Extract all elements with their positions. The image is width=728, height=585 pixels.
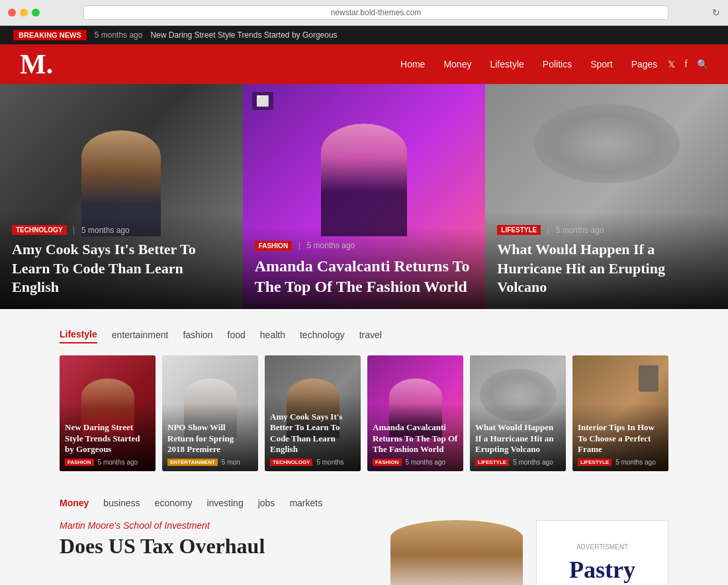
money-tab-jobs[interactable]: jobs (258, 498, 275, 508)
ad-label: ADVERTISMENT (576, 543, 628, 551)
money-tab-business[interactable]: business (103, 498, 140, 508)
money-title: Does US Tax Overhaul (60, 535, 377, 558)
lifestyle-cards: New Daring Street Style Trends Started b… (60, 355, 668, 471)
nav-icons: 𝕏 f 🔍 (668, 59, 708, 70)
lifestyle-tabs: Lifestyle entertainment fashion food hea… (60, 329, 668, 343)
hero-section: Technology | 5 months ago Amy Cook Says … (0, 84, 728, 309)
nav-home[interactable]: Home (400, 59, 425, 69)
money-section: Money business economy investing jobs ma… (0, 484, 728, 585)
site-header: M. Home Money Lifestyle Politics Sport P… (0, 44, 728, 84)
card-date-6: 5 months ago (615, 459, 656, 466)
tab-travel[interactable]: travel (359, 330, 382, 343)
hero-overlay-2: Fashion | 5 months ago Amanda Cavalcanti… (243, 228, 486, 309)
hero-item-3[interactable]: Lifestyle | 5 months ago What Would Happ… (485, 84, 728, 309)
money-main: Martin Moore's School of Investment Does… (60, 520, 377, 585)
browser-chrome: newstar.bold-themes.com ↻ (0, 0, 728, 26)
breaking-news-bar: Breaking News 5 months ago New Daring St… (0, 26, 728, 44)
gallery-icon: ⬜ (252, 92, 273, 110)
tab-lifestyle[interactable]: Lifestyle (60, 329, 97, 343)
hero-badge-1: Technology (12, 225, 67, 235)
tab-fashion[interactable]: fashion (183, 330, 212, 343)
main-nav: Home Money Lifestyle Politics Sport Page… (400, 58, 657, 70)
money-tab-investing[interactable]: investing (206, 498, 243, 508)
hero-title-1: Amy Cook Says It's Better To Learn To Co… (12, 240, 231, 297)
hero-item-1[interactable]: Technology | 5 months ago Amy Cook Says … (0, 84, 243, 309)
hero-date-1: 5 months ago (81, 226, 130, 235)
card-date-2: 5 mon (222, 459, 240, 466)
money-tabs: Money business economy investing jobs ma… (60, 498, 668, 508)
browser-close-dot[interactable] (8, 9, 16, 17)
breaking-badge: Breaking News (13, 30, 87, 40)
facebook-icon[interactable]: f (684, 59, 688, 69)
hero-overlay-1: Technology | 5 months ago Amy Cook Says … (0, 212, 243, 309)
card-badge-5: Lifestyle (475, 459, 509, 466)
nav-money[interactable]: Money (443, 59, 471, 69)
card-6[interactable]: Interior Tips In How To Choose a Perfect… (572, 355, 668, 471)
hero-title-2: Amanda Cavalcanti Returns To The Top Of … (255, 256, 474, 297)
card-title-3: Amy Cook Says It's Better To Learn To Co… (270, 412, 355, 455)
card-3[interactable]: Amy Cook Says It's Better To Learn To Co… (265, 355, 361, 471)
address-bar[interactable]: newstar.bold-themes.com (83, 5, 668, 20)
card-4[interactable]: Amanda Cavalcanti Returns To The Top Of … (367, 355, 463, 471)
hero-overlay-3: Lifestyle | 5 months ago What Would Happ… (485, 212, 728, 309)
tab-technology[interactable]: technology (300, 330, 345, 343)
card-badge-6: Lifestyle (578, 459, 612, 466)
card-title-5: What Would Happen If a Hurricane Hit an … (475, 422, 561, 455)
card-title-2: NPO Show Will Return for Spring 2018 Pre… (167, 422, 253, 455)
card-2[interactable]: NPO Show Will Return for Spring 2018 Pre… (162, 355, 258, 471)
search-icon[interactable]: 🔍 (697, 59, 708, 70)
tab-food[interactable]: food (228, 330, 246, 343)
hero-item-2[interactable]: ⬜ Fashion | 5 months ago Amanda Cavalcan… (243, 84, 486, 309)
card-title-6: Interior Tips In How To Choose a Perfect… (578, 422, 663, 455)
hero-badge-2: Fashion (255, 241, 292, 251)
refresh-icon[interactable]: ↻ (712, 7, 720, 19)
card-badge-3: Technology (270, 459, 312, 466)
card-date-5: 5 months ago (513, 459, 553, 466)
lifestyle-section: Lifestyle entertainment fashion food hea… (0, 309, 728, 484)
site-logo[interactable]: M. (20, 48, 53, 80)
money-tab-money[interactable]: Money (60, 498, 89, 508)
hero-date-2: 5 months ago (307, 241, 355, 250)
card-badge-4: Fashion (373, 459, 402, 466)
breaking-text: New Daring Street Style Trends Started b… (150, 30, 337, 40)
tab-health[interactable]: health (260, 330, 285, 343)
hero-title-3: What Would Happen If a Hurricane Hit an … (497, 240, 716, 297)
card-5[interactable]: What Would Happen If a Hurricane Hit an … (470, 355, 566, 471)
twitter-icon[interactable]: 𝕏 (668, 59, 675, 70)
nav-politics[interactable]: Politics (543, 59, 572, 69)
browser-minimize-dot[interactable] (20, 9, 28, 17)
card-title-1: New Daring Street Style Trends Started b… (65, 422, 150, 455)
card-date-1: 5 months ago (98, 459, 138, 466)
browser-maximize-dot[interactable] (32, 9, 40, 17)
card-date-3: 5 months (316, 459, 343, 466)
card-badge-2: Entertainment (167, 459, 218, 466)
card-1[interactable]: New Daring Street Style Trends Started b… (60, 355, 156, 471)
card-badge-1: Fashion (65, 459, 94, 466)
nav-pages[interactable]: Pages (631, 59, 658, 69)
card-title-4: Amanda Cavalcanti Returns To The Top Of … (373, 422, 458, 455)
money-tab-markets[interactable]: markets (289, 498, 322, 508)
nav-sport[interactable]: Sport (590, 59, 612, 69)
card-date-4: 5 months ago (406, 459, 446, 466)
money-content: Martin Moore's School of Investment Does… (60, 520, 668, 585)
money-ad: ADVERTISMENT Pastry (536, 520, 668, 585)
money-tab-economy[interactable]: economy (155, 498, 193, 508)
tab-entertainment[interactable]: entertainment (112, 330, 169, 343)
money-person-photo (390, 520, 523, 585)
money-author: Martin Moore's School of Investment (60, 520, 377, 531)
ad-content: Pastry (569, 556, 635, 584)
breaking-time: 5 months ago (95, 30, 143, 40)
hero-date-3: 5 months ago (556, 226, 604, 235)
nav-lifestyle[interactable]: Lifestyle (490, 59, 523, 69)
hero-badge-3: Lifestyle (497, 225, 541, 235)
